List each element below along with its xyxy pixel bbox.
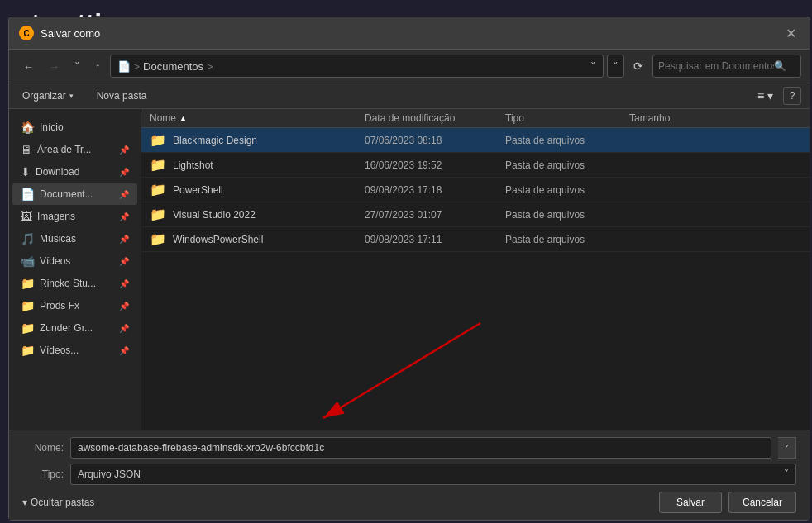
folder-icon: 📁 [150,132,166,148]
hide-folders-chevron-icon: ▾ [22,497,27,508]
close-button[interactable]: ✕ [781,24,800,42]
filename-row: Nome: ˅ [22,437,796,459]
download-icon: ⬇ [21,165,31,178]
folder-icon: 📁 [150,182,166,197]
col-header-size[interactable]: Tamanho [629,112,712,124]
search-input[interactable] [658,60,774,72]
select-chevron-icon: ˅ [784,468,789,480]
filename-input[interactable] [70,437,771,459]
hide-folders-button[interactable]: ▾ Ocultar pastas [22,497,94,508]
sidebar-item-area-trabalho[interactable]: 🖥 Área de Tr... 📌 [12,139,137,160]
folder-icon: 📁 [150,207,166,222]
sidebar: 🏠 Início 🖥 Área de Tr... 📌 ⬇ Download 📌 … [9,109,141,430]
home-icon: 🏠 [21,121,35,134]
address-toolbar: ← → ˅ ↑ 📄 > Documentos > ˅ ˅ ⟳ 🔍 [9,50,810,83]
organize-button[interactable]: Organizar ▾ [17,88,79,104]
dialog-bottom: Nome: ˅ Tipo: Arquivo JSON ˅ ▾ Ocultar p… [9,430,810,520]
file-name-cell: 📁 PowerShell [150,182,365,197]
pin-icon: 📌 [119,279,129,288]
file-date-cell: 09/08/2023 17:18 [365,184,505,196]
sort-arrow-icon: ▲ [179,114,187,122]
refresh-button[interactable]: ⟳ [628,55,649,78]
tipo-label: Tipo: [22,468,64,480]
file-row[interactable]: 📁 PowerShell 09/08/2023 17:18 Pasta de a… [141,178,810,202]
pin-icon: 📌 [119,212,129,221]
music-icon: 🎵 [21,232,35,245]
organize-chevron-icon: ▾ [69,92,74,100]
sidebar-item-inicio[interactable]: 🏠 Início [12,116,137,138]
file-list-header: Nome ▲ Data de modificação Tipo Tamanho [141,109,810,128]
file-type-cell: Pasta de arquivos [505,159,629,171]
help-button[interactable]: ? [783,87,801,105]
view-button[interactable]: ≡ ▾ [752,87,778,105]
sidebar-item-musicas[interactable]: 🎵 Músicas 📌 [12,228,137,250]
nome-label: Nome: [22,442,64,454]
col-header-name[interactable]: Nome ▲ [150,112,365,124]
sidebar-item-download[interactable]: ⬇ Download 📌 [12,161,137,183]
address-icon: 📄 [117,60,131,73]
file-name-cell: 📁 Blackmagic Design [150,132,365,148]
folder-icon: 📁 [21,299,35,312]
file-name-cell: 📁 WindowsPowerShell [150,231,365,247]
folder-icon: 📁 [150,231,166,247]
action-toolbar: Organizar ▾ Nova pasta ≡ ▾ ? [9,83,810,109]
documents-icon: 📄 [21,188,35,201]
bottom-actions: ▾ Ocultar pastas Salvar Cancelar [22,492,796,513]
desktop-icon: 🖥 [21,143,32,156]
save-dialog: C Salvar como ✕ ← → ˅ ↑ 📄 > Documentos >… [8,17,810,521]
filetype-select-wrapper: Arquivo JSON ˅ [70,464,796,485]
file-name-cell: 📁 Visual Studio 2022 [150,207,365,222]
new-folder-button[interactable]: Nova pasta [92,88,152,104]
view-chevron-icon: ▾ [767,89,773,102]
up-button[interactable]: ↑ [89,57,107,76]
sidebar-item-documentos[interactable]: 📄 Document... 📌 [12,183,137,205]
file-type-cell: Pasta de arquivos [505,135,629,146]
file-row[interactable]: 📁 WindowsPowerShell 09/08/2023 17:11 Pas… [141,227,810,252]
sidebar-item-zunder-gr[interactable]: 📁 Zunder Gr... 📌 [12,317,137,339]
address-path: Documentos [143,60,203,73]
dialog-buttons: Salvar Cancelar [659,492,796,513]
address-dropdown-button[interactable]: ˅ [607,55,624,78]
dialog-main: 🏠 Início 🖥 Área de Tr... 📌 ⬇ Download 📌 … [9,109,810,430]
dialog-titlebar: C Salvar como ✕ [9,17,810,50]
filename-dropdown-button[interactable]: ˅ [778,437,796,459]
col-header-type[interactable]: Tipo [505,112,629,124]
filetype-select[interactable]: Arquivo JSON ˅ [70,464,796,485]
file-row[interactable]: 📁 Blackmagic Design 07/06/2023 08:18 Pas… [141,128,810,153]
pin-icon: 📌 [119,324,129,333]
search-icon: 🔍 [774,60,786,72]
back-button[interactable]: ← [17,57,40,76]
dialog-app-icon: C [19,26,34,40]
save-button[interactable]: Salvar [659,492,722,513]
file-type-cell: Pasta de arquivos [505,234,629,245]
file-type-cell: Pasta de arquivos [505,184,629,196]
folder-icon: 📁 [21,344,35,357]
sidebar-item-videos2[interactable]: 📁 Vídeos... 📌 [12,340,137,361]
col-header-date[interactable]: Data de modificação [365,112,505,124]
sidebar-item-videos[interactable]: 📹 Vídeos 📌 [12,250,137,272]
forward-button[interactable]: → [43,57,65,76]
sidebar-item-prods-fx[interactable]: 📁 Prods Fx 📌 [12,295,137,316]
pin-icon: 📌 [119,145,129,155]
address-bar[interactable]: 📄 > Documentos > ˅ [110,55,604,78]
file-type-cell: Pasta de arquivos [505,209,629,221]
filetype-row: Tipo: Arquivo JSON ˅ [22,464,796,485]
file-row[interactable]: 📁 Visual Studio 2022 27/07/2023 01:07 Pa… [141,202,810,227]
folder-icon: 📁 [21,321,35,335]
pin-icon: 📌 [119,346,129,355]
file-row[interactable]: 📁 Lightshot 16/06/2023 19:52 Pasta de ar… [141,153,810,178]
pin-icon: 📌 [119,257,129,266]
sidebar-item-rincko-stu[interactable]: 📁 Rincko Stu... 📌 [12,273,137,294]
toolbar-right: ≡ ▾ ? [752,87,801,105]
video-icon: 📹 [21,254,35,268]
folder-icon: 📁 [150,157,166,173]
file-date-cell: 16/06/2023 19:52 [365,159,505,171]
sidebar-item-imagens[interactable]: 🖼 Imagens 📌 [12,206,137,227]
file-list: 📁 Blackmagic Design 07/06/2023 08:18 Pas… [141,128,810,430]
dialog-title: Salvar como [41,27,100,40]
file-date-cell: 09/08/2023 17:11 [365,234,505,245]
cancel-button[interactable]: Cancelar [728,492,796,513]
dropdown-nav-button[interactable]: ˅ [69,57,86,76]
pin-icon: 📌 [119,235,129,244]
pin-icon: 📌 [119,168,129,177]
